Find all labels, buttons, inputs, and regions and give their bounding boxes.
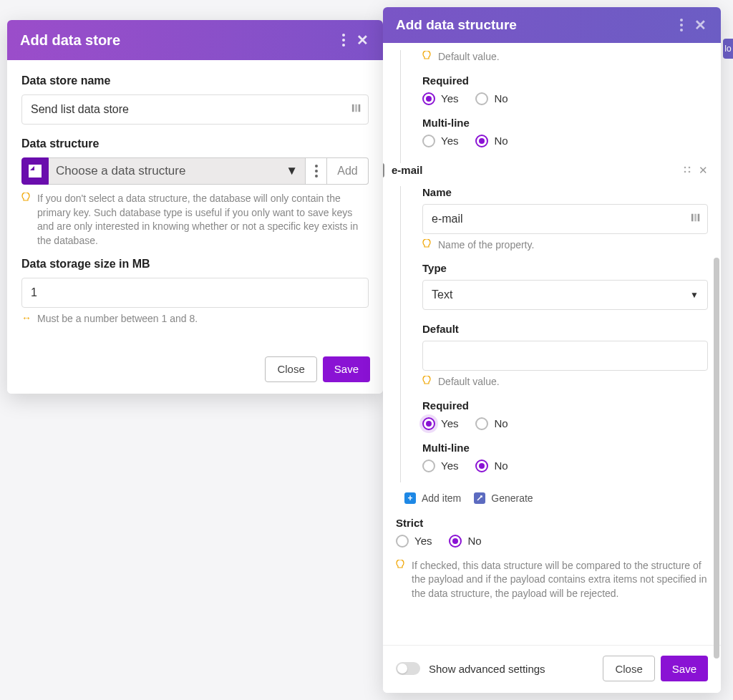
name-label: Data store name: [21, 74, 369, 87]
default-input[interactable]: [422, 341, 708, 371]
save-button[interactable]: Save: [661, 656, 708, 681]
modal-body: Default value. Required Yes No Multi-lin…: [383, 43, 721, 645]
arrows-icon: ↔: [21, 312, 31, 324]
strict-label: Strict: [396, 517, 708, 529]
collapse-toggle[interactable]: [383, 163, 384, 178]
property-title: e-mail: [392, 164, 676, 176]
remove-icon[interactable]: ✕: [699, 164, 708, 177]
save-button[interactable]: Save: [323, 356, 370, 382]
name-hint: Name of the property.: [438, 238, 534, 253]
svg-rect-8: [694, 213, 696, 221]
close-button[interactable]: Close: [265, 356, 316, 382]
ds-label: Data structure: [21, 137, 369, 150]
svg-rect-7: [691, 213, 694, 221]
bulb-icon: [422, 376, 432, 388]
multiline-yes-radio[interactable]: Yes: [422, 460, 458, 472]
svg-rect-9: [698, 213, 700, 221]
kebab-icon[interactable]: [672, 16, 691, 34]
default-hint: Default value.: [438, 50, 500, 64]
generate-button[interactable]: Generate: [474, 492, 533, 504]
svg-point-5: [684, 170, 686, 172]
size-hint: Must be a number between 1 and 8.: [37, 312, 198, 326]
multiline-no-radio[interactable]: No: [475, 460, 508, 472]
ds-hint: If you don't select a data structure, th…: [37, 192, 369, 248]
map-icon[interactable]: [351, 103, 361, 116]
kebab-icon[interactable]: [334, 31, 353, 49]
svg-rect-2: [359, 104, 361, 112]
map-icon[interactable]: [691, 213, 701, 225]
multiline-label: Multi-line: [422, 442, 708, 454]
required-label: Required: [422, 399, 708, 412]
required-label: Required: [422, 74, 708, 87]
data-store-name-input[interactable]: [21, 94, 369, 125]
data-structure-row: Choose a data structure ▼ Add: [21, 157, 369, 185]
ds-add-button[interactable]: Add: [327, 157, 369, 185]
bulb-icon: [396, 560, 406, 572]
add-item-button[interactable]: + Add item: [404, 492, 461, 504]
modal-header: Add data structure ✕: [383, 7, 721, 43]
type-label: Type: [422, 262, 708, 274]
data-structure-select[interactable]: Choose a data structure ▼: [49, 157, 306, 185]
scrollbar-track[interactable]: [714, 50, 719, 655]
modal-title: Add data store: [20, 32, 334, 49]
type-select[interactable]: Text ▼: [422, 280, 708, 310]
strict-hint: If checked, this data structure will be …: [412, 559, 708, 601]
scrollbar-thumb[interactable]: [714, 258, 719, 658]
storage-size-input[interactable]: [21, 278, 369, 308]
ds-options-button[interactable]: [306, 157, 327, 185]
add-data-store-modal: Add data store ✕ Data store name Data st…: [7, 20, 383, 394]
default-label: Default: [422, 323, 708, 335]
multiline-label: Multi-line: [422, 117, 708, 129]
multiline-yes-radio[interactable]: Yes: [422, 135, 458, 147]
name-label: Name: [422, 186, 708, 198]
advanced-toggle-label: Show advanced settings: [429, 663, 545, 675]
side-tab[interactable]: lo: [723, 39, 733, 59]
bulb-icon: [21, 193, 31, 205]
ds-icon: [21, 157, 49, 185]
close-button[interactable]: Close: [603, 656, 654, 681]
svg-rect-0: [352, 104, 354, 112]
add-data-structure-modal: Add data structure ✕ Default value. Requ…: [383, 7, 721, 693]
strict-no-radio[interactable]: No: [449, 535, 481, 548]
bulb-icon: [422, 51, 432, 63]
bulb-icon: [422, 239, 432, 251]
close-icon[interactable]: ✕: [691, 16, 709, 34]
size-label: Data storage size in MB: [21, 258, 369, 271]
close-icon[interactable]: ✕: [353, 31, 372, 49]
property-name-input[interactable]: [422, 204, 708, 234]
required-yes-radio[interactable]: Yes: [422, 92, 458, 105]
multiline-no-radio[interactable]: No: [475, 135, 508, 147]
required-yes-radio[interactable]: Yes: [422, 417, 458, 430]
required-no-radio[interactable]: No: [475, 92, 508, 105]
svg-point-6: [689, 170, 691, 172]
modal-header: Add data store ✕: [7, 20, 383, 60]
svg-point-4: [689, 166, 691, 168]
svg-rect-1: [355, 104, 357, 112]
advanced-toggle[interactable]: [396, 662, 420, 675]
strict-yes-radio[interactable]: Yes: [396, 535, 432, 548]
drag-handle-icon[interactable]: [683, 164, 691, 177]
default-hint: Default value.: [438, 375, 500, 389]
modal-title: Add data structure: [396, 17, 672, 33]
required-no-radio[interactable]: No: [475, 417, 508, 430]
svg-point-3: [684, 166, 686, 168]
